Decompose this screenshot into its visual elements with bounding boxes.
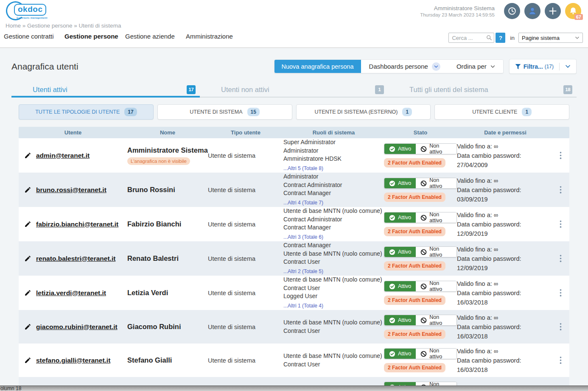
nav-item-label: Gestione aziende [125, 33, 175, 40]
status-cell: Attivo Non attivo 2 Factor Auth Enabled [384, 315, 457, 339]
tab-label: Utenti non attivi [221, 86, 269, 94]
status-active-segment[interactable]: Attivo [384, 315, 416, 325]
edit-icon[interactable] [24, 221, 31, 228]
role-item: Contract User [283, 327, 384, 335]
user-email-link[interactable]: admin@teranet.it [36, 152, 90, 159]
kebab-menu-icon[interactable] [560, 151, 562, 159]
status-active-segment[interactable]: Attivo [384, 144, 416, 154]
kebab-menu-icon[interactable] [560, 186, 562, 194]
top-white-area: okdoc Contracts management Amministrator… [0, 0, 588, 48]
type-filter-button[interactable]: UTENTE CLIENTE 1 [434, 104, 569, 120]
kebab-menu-icon[interactable] [560, 289, 562, 297]
role-item: Contract Administrator [283, 215, 384, 224]
dashboards-button[interactable]: Dashboards persone [361, 60, 448, 73]
type-filter-label: TUTTE LE TIPOLOGIE DI UTENTE [35, 109, 120, 115]
table-row: bruno.rossi@teranet.it Bruno Rossini Ute… [19, 173, 569, 207]
password-change-date: Data cambio password: 16/03/2018 [457, 322, 554, 341]
tab[interactable]: Tutti gli utenti del sistema 18 [388, 83, 577, 98]
user-tabs: Utenti attivi 17 Utenti non attivi 1 Tut… [11, 83, 577, 98]
type-filter-button[interactable]: UTENTE DI SISTEMA (ESTERNO) 1 [296, 104, 431, 120]
edit-icon[interactable] [24, 289, 31, 296]
role-item: Utente di base MNTN (ruolo comune) [283, 352, 384, 360]
dates-cell: Valido fino a: ∞ Data cambio password: 0… [457, 176, 554, 204]
status-inactive-segment[interactable]: Non attivo [416, 144, 456, 154]
user-email-link[interactable]: bruno.rossi@teranet.it [36, 186, 106, 194]
user-type: Utente di sistema [208, 221, 283, 228]
status-inactive-segment[interactable]: Non attivo [416, 212, 456, 223]
kebab-menu-icon[interactable] [560, 356, 562, 364]
status-active-label: Attivo [398, 146, 411, 152]
status-active-segment[interactable]: Attivo [384, 281, 416, 291]
kebab-menu-icon[interactable] [560, 254, 562, 263]
user-full-name: Amministratore Sistema [127, 146, 208, 154]
app-logo[interactable]: okdoc Contracts management [5, 0, 60, 22]
status-inactive-segment[interactable]: Non attivo [416, 178, 456, 188]
column-header: Date e permessi [457, 129, 554, 136]
edit-icon[interactable] [24, 357, 31, 364]
more-roles-link[interactable]: ...Altri 1 (Totale 4) [283, 302, 323, 310]
edit-icon[interactable] [24, 255, 31, 262]
status-active-segment[interactable]: Attivo [384, 178, 416, 188]
more-roles-link[interactable]: ...Altri 5 (Totale 8) [283, 165, 323, 173]
status-active-segment[interactable]: Attivo [384, 349, 416, 359]
user-email-link[interactable]: stefano.gialli@teranet.it [36, 357, 110, 364]
user-email-link[interactable]: letizia.verdi@teranet.it [36, 289, 106, 297]
password-change-date: Data cambio password: 27/04/2009 [457, 151, 554, 170]
type-filter-button[interactable]: TUTTE LE TIPOLOGIE DI UTENTE 17 [19, 104, 154, 120]
status-active-segment[interactable]: Attivo [384, 212, 416, 223]
nav-item-label: Amministrazione [186, 33, 233, 40]
more-roles-link[interactable]: ...Altri 4 (Totale 7) [283, 199, 323, 207]
password-change-date: Data cambio password: 16/03/2018 [457, 288, 554, 307]
type-filter-button[interactable]: UTENTE DI SISTEMA 15 [157, 104, 292, 120]
user-email-link[interactable]: fabirzio.bianchi@teranet.it [36, 221, 118, 228]
user-cell: admin@teranet.it [19, 152, 127, 159]
status-inactive-segment[interactable]: Non attivo [416, 281, 456, 291]
status-inactive-segment[interactable]: Non attivo [416, 349, 456, 359]
divider [559, 63, 560, 70]
nav-item[interactable]: Amministrazione [186, 33, 246, 40]
status-toggle: Attivo Non attivo [384, 143, 457, 154]
notifications-button[interactable]: 67 [565, 3, 581, 19]
role-item: Utente di base MNTN (ruolo comune) [283, 250, 384, 258]
nav-item[interactable]: Gestione persone [64, 33, 125, 40]
edit-icon[interactable] [24, 323, 31, 330]
kebab-menu-icon[interactable] [560, 220, 562, 228]
nav-item[interactable]: Gestione aziende [125, 33, 186, 40]
filter-button[interactable]: Filtra... (17) [509, 59, 577, 74]
two-factor-badge: 2 Factor Auth Enabled [384, 363, 445, 372]
more-roles-link[interactable]: ...Altri 3 (Totale 6) [283, 233, 323, 242]
edit-icon[interactable] [24, 152, 31, 159]
edit-icon[interactable] [24, 186, 31, 193]
breadcrumb[interactable]: Home » Gestione persone » Utenti di sist… [0, 22, 588, 31]
user-cell: fabirzio.bianchi@teranet.it [19, 221, 127, 228]
user-email-link[interactable]: giacomo.rubini@teranet.it [36, 323, 118, 331]
user-email-link[interactable]: renato.balestri@teranet.it [36, 255, 115, 263]
add-button[interactable] [545, 3, 561, 19]
more-roles-link[interactable]: ...Altri 2 (Totale 5) [283, 268, 323, 276]
search-scope-select[interactable]: Pagine sistema [518, 33, 583, 43]
tab[interactable]: Utenti non attivi 1 [200, 83, 388, 98]
dates-cell: Valido fino a: ∞ Data cambio password: 1… [457, 346, 554, 374]
plus-icon [548, 6, 558, 16]
dates-cell: Valido fino a: ∞ Data cambio password: 1… [457, 245, 554, 273]
status-inactive-segment[interactable]: Non attivo [416, 247, 456, 257]
type-filter-label: UTENTE DI SISTEMA [190, 109, 242, 115]
role-item: Contract User [283, 360, 384, 369]
profile-button[interactable] [524, 3, 540, 19]
two-factor-badge: 2 Factor Auth Enabled [384, 330, 445, 339]
history-button[interactable] [504, 3, 520, 19]
tab[interactable]: Utenti attivi 17 [11, 83, 200, 98]
roles-cell: Utente di base MNTN (ruolo comune)Contra… [283, 207, 384, 241]
type-filter-count-badge: 1 [402, 108, 412, 116]
status-inactive-segment[interactable]: Non attivo [416, 315, 456, 325]
name-cell: Amministratore Sistema L'anagrafica non … [127, 146, 208, 165]
sort-button[interactable]: Ordina per [448, 60, 503, 73]
search-area: ? in Pagine sistema [448, 33, 583, 43]
new-person-button[interactable]: Nuova anagrafica persona [274, 60, 361, 73]
logged-user-name: Amministratore Sistema [420, 5, 495, 11]
nav-item[interactable]: Gestione contratti [4, 33, 64, 40]
search-help-button[interactable]: ? [496, 33, 505, 43]
status-inactive-label: Non attivo [429, 143, 452, 154]
kebab-menu-icon[interactable] [560, 323, 562, 331]
status-active-segment[interactable]: Attivo [384, 247, 416, 257]
